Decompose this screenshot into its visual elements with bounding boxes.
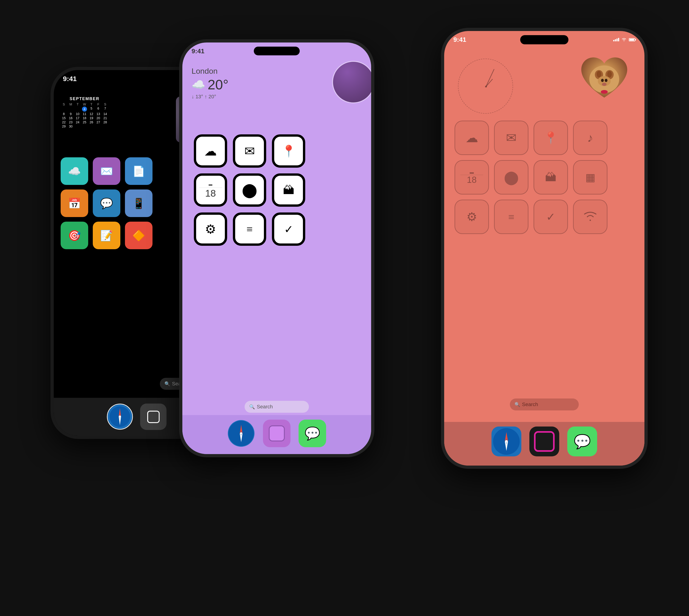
app-messages-left[interactable]: 💬 bbox=[93, 190, 120, 217]
weather-high: 20° bbox=[208, 94, 216, 100]
time-left: 9:41 bbox=[63, 75, 77, 83]
heart-widget bbox=[580, 56, 628, 105]
app-notes-right[interactable]: ≡ bbox=[494, 200, 529, 234]
app-settings-right[interactable]: ⚙ bbox=[454, 200, 489, 234]
app-photos-right[interactable]: 🏔 bbox=[534, 160, 568, 195]
safari-icon-middle bbox=[227, 420, 255, 447]
app-maps-middle[interactable]: 📍 bbox=[272, 134, 305, 168]
dock-reminders-middle[interactable] bbox=[263, 420, 291, 447]
search-bar-right[interactable]: 🔍 Search bbox=[510, 398, 579, 411]
dynamic-island-middle bbox=[254, 47, 300, 56]
wifi-icon bbox=[621, 38, 626, 42]
app-msg-middle[interactable]: ⬤ bbox=[233, 173, 266, 207]
app-messages-right[interactable]: ⬤ bbox=[494, 160, 529, 195]
clock-widget bbox=[458, 59, 513, 114]
app-mail-middle[interactable]: ✉ bbox=[233, 134, 266, 168]
dock-safari-left[interactable] bbox=[107, 403, 133, 430]
svg-rect-7 bbox=[148, 411, 159, 423]
phones-container: 9:41 SEPTEMBER S M T W T F S 4 567 89101… bbox=[23, 21, 666, 595]
arrow-down: ↓ bbox=[192, 94, 194, 100]
weather-temp: 20° bbox=[208, 77, 228, 92]
dock-square-right[interactable] bbox=[529, 426, 559, 456]
status-icons-right bbox=[613, 38, 635, 42]
app-cloud-right[interactable]: ☁ bbox=[454, 120, 489, 155]
app-calendar-right[interactable]: ▬ 18 bbox=[454, 160, 489, 195]
clock-face bbox=[458, 59, 513, 114]
svg-point-20 bbox=[597, 71, 601, 78]
search-icon-right: 🔍 bbox=[514, 402, 520, 407]
svg-point-21 bbox=[607, 71, 612, 78]
photo-circle-middle bbox=[332, 61, 374, 103]
dock-messages-middle[interactable]: 💬 bbox=[298, 420, 326, 447]
svg-point-26 bbox=[601, 90, 608, 94]
safari-icon-right bbox=[491, 426, 521, 456]
app-mail-left[interactable]: ✉️ bbox=[93, 157, 120, 185]
svg-point-15 bbox=[485, 86, 487, 88]
app-photos-middle[interactable]: 🏔 bbox=[272, 173, 305, 207]
weather-city: London bbox=[192, 67, 228, 75]
cloud-icon-weather: ☁️ bbox=[192, 78, 205, 91]
svg-point-23 bbox=[601, 79, 604, 82]
app-grid-right: ☁ ✉ 📍 ♪ ▬ 18 ⬤ 🏔 ▦ bbox=[454, 120, 607, 234]
time-right: 9:41 bbox=[453, 36, 466, 43]
signal-icon bbox=[613, 38, 619, 41]
app-unknown-left[interactable]: 📄 bbox=[125, 157, 153, 185]
app-maps-right[interactable]: 📍 bbox=[534, 120, 568, 155]
square-icon-left bbox=[146, 409, 161, 425]
calendar-grid: S M T W T F S 4 567 891011121314 1516171… bbox=[61, 103, 108, 128]
clock-hands bbox=[459, 59, 513, 114]
app-orange-left[interactable]: 🔶 bbox=[125, 222, 153, 249]
app-grid-middle: ☁ ✉ 📍 ▬ 18 ⬤ 🏔 ⚙ bbox=[194, 134, 305, 246]
svg-point-12 bbox=[240, 432, 242, 435]
app-wifi-right[interactable] bbox=[573, 200, 607, 234]
weather-range: ↓ 13° ↑ 20° bbox=[192, 94, 228, 100]
dynamic-island-right bbox=[520, 35, 569, 44]
dock-safari-right[interactable] bbox=[491, 426, 521, 456]
svg-point-24 bbox=[605, 79, 607, 82]
calendar-today: 4 bbox=[82, 107, 87, 112]
app-notes2-left[interactable]: 📝 bbox=[93, 222, 120, 249]
app-calendar-middle[interactable]: ▬ 18 bbox=[194, 173, 227, 207]
search-icon-left: 🔍 bbox=[164, 381, 170, 387]
weather-temp-row: ☁️ 20° bbox=[192, 77, 228, 92]
search-icon-middle: 🔍 bbox=[249, 404, 255, 410]
heart-shape bbox=[580, 56, 628, 105]
safari-icon-left bbox=[107, 403, 133, 430]
app-target-left[interactable]: 🎯 bbox=[61, 222, 88, 249]
time-middle: 9:41 bbox=[192, 47, 204, 55]
app-music-right[interactable]: ♪ bbox=[573, 120, 607, 155]
svg-point-31 bbox=[505, 440, 508, 443]
dock-square-left[interactable] bbox=[140, 403, 166, 430]
app-weather-left[interactable]: ☁️ bbox=[61, 157, 88, 185]
app-settings-middle[interactable]: ⚙ bbox=[194, 213, 227, 246]
app-grid-left: ☁️ ✉️ 📄 📅 💬 📱 🎯 📝 🔶 bbox=[61, 157, 153, 249]
arrow-up: ↑ bbox=[205, 94, 207, 100]
app-tasks-right[interactable]: ✓ bbox=[534, 200, 568, 234]
search-bar-middle[interactable]: 🔍 Search bbox=[245, 401, 309, 413]
weather-widget: London ☁️ 20° ↓ 13° ↑ 20° bbox=[192, 67, 228, 100]
notch-left bbox=[116, 70, 157, 78]
app-notes-left[interactable]: 📱 bbox=[125, 190, 153, 217]
app-mail-right[interactable]: ✉ bbox=[494, 120, 529, 155]
search-label-middle: Search bbox=[257, 404, 273, 410]
app-notes-middle[interactable]: ≡ bbox=[233, 213, 266, 246]
weather-low: 13° bbox=[196, 94, 203, 100]
dock-safari-middle[interactable] bbox=[227, 420, 255, 447]
app-cloud-middle[interactable]: ☁ bbox=[194, 134, 227, 168]
wifi-app-icon bbox=[582, 210, 598, 224]
phone-right: 9:41 bbox=[441, 28, 648, 469]
app-tasks-middle[interactable]: ✓ bbox=[272, 213, 305, 246]
search-label-right: Search bbox=[522, 401, 538, 408]
calendar-month: SEPTEMBER bbox=[61, 96, 108, 101]
battery-icon bbox=[629, 38, 635, 41]
svg-point-6 bbox=[119, 416, 121, 418]
svg-line-13 bbox=[486, 69, 494, 87]
dock-right: 💬 bbox=[444, 422, 644, 466]
dock-middle: 💬 bbox=[182, 415, 371, 454]
dock-messages-right[interactable]: 💬 bbox=[567, 426, 597, 456]
svg-point-25 bbox=[602, 83, 606, 86]
calendar-widget: SEPTEMBER S M T W T F S 4 567 8910111213… bbox=[61, 96, 108, 128]
app-news-right[interactable]: ▦ bbox=[573, 160, 607, 195]
app-calendar-left[interactable]: 📅 bbox=[61, 190, 88, 217]
phone-middle: 9:41 London ☁️ 20° ↓ 13° ↑ 20° ☁ bbox=[179, 39, 374, 457]
